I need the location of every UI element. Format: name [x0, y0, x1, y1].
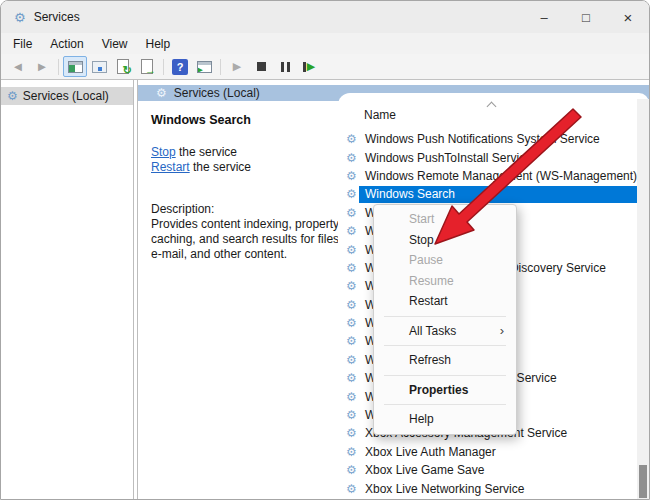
context-menu-item-stop[interactable]: Stop: [374, 230, 516, 251]
context-menu-item-restart[interactable]: Restart: [374, 291, 516, 312]
show-console-tree-button[interactable]: [63, 56, 87, 77]
restart-service-link[interactable]: Restart: [151, 160, 190, 174]
extended-pane-title: Services (Local): [174, 86, 260, 100]
maximize-button[interactable]: □: [565, 1, 607, 33]
forward-button[interactable]: ►: [30, 56, 54, 77]
service-row[interactable]: ⚙Xbox Live Game Save: [338, 461, 637, 479]
services-app-icon: ⚙: [14, 11, 26, 24]
service-gear-icon: ⚙: [346, 188, 359, 200]
console-tree-icon: [68, 61, 83, 73]
service-row[interactable]: ⚙Xbox Live Auth Manager: [338, 443, 637, 461]
context-menu-separator: [384, 345, 506, 346]
menu-help[interactable]: Help: [137, 35, 180, 53]
console-tree-pane: ⚙ Services (Local): [1, 80, 133, 499]
refresh-icon: ↻: [117, 59, 129, 74]
content-area: ⚙ Services (Local) ⚙ Services (Local) Wi…: [1, 80, 649, 499]
vertical-scrollbar[interactable]: [637, 99, 649, 499]
menu-view[interactable]: View: [93, 35, 137, 53]
description-label: Description:: [151, 202, 214, 216]
back-icon: ◄: [12, 60, 25, 73]
stop-service-link[interactable]: Stop: [151, 145, 176, 159]
export-list-icon: →: [141, 59, 153, 74]
service-row[interactable]: ⚙Windows Push Notifications System Servi…: [338, 130, 637, 148]
play-icon: ▶: [233, 61, 241, 72]
restart-service-rest: the service: [190, 160, 251, 174]
context-menu-separator: [384, 404, 506, 405]
pause-icon: [281, 62, 290, 72]
restart-icon: ▶: [303, 61, 315, 72]
service-name: Xbox Live Game Save: [359, 462, 637, 479]
properties-window-button[interactable]: [87, 56, 111, 77]
tree-node-services-local[interactable]: ⚙ Services (Local): [1, 87, 133, 105]
service-name: Windows Push Notifications System Servic…: [359, 131, 637, 148]
service-gear-icon: ⚙: [346, 152, 359, 164]
pause-service-button[interactable]: [273, 56, 297, 77]
export-list-button[interactable]: →: [135, 56, 159, 77]
service-gear-icon: ⚙: [346, 317, 359, 329]
service-gear-icon: ⚙: [346, 354, 359, 366]
service-name: Xbox Live Auth Manager: [359, 443, 637, 460]
help-icon: ?: [172, 59, 188, 75]
restart-service-line: Restart the service: [151, 160, 251, 174]
tree-node-label: Services (Local): [23, 89, 109, 103]
toolbar-separator: [163, 59, 164, 75]
close-button[interactable]: ×: [607, 1, 649, 33]
services-window: ⚙ Services – □ × File Action View Help ◄…: [0, 0, 650, 500]
service-gear-icon: ⚙: [346, 244, 359, 256]
context-menu-item-all-tasks[interactable]: All Tasks›: [374, 321, 516, 342]
service-gear-icon: ⚙: [346, 280, 359, 292]
context-menu-separator: [384, 316, 506, 317]
service-gear-icon: ⚙: [346, 299, 359, 311]
context-menu-item-properties[interactable]: Properties: [374, 380, 516, 401]
service-gear-icon: ⚙: [346, 133, 359, 145]
extended-view-icon: ▶: [197, 61, 212, 73]
start-service-button[interactable]: ▶: [225, 56, 249, 77]
title-bar: ⚙ Services – □ ×: [1, 1, 649, 33]
context-menu-item-pause: Pause: [374, 250, 516, 271]
menu-action[interactable]: Action: [41, 35, 92, 53]
column-header-name[interactable]: Name: [364, 108, 396, 122]
service-gear-icon: ⚙: [346, 207, 359, 219]
stop-service-line: Stop the service: [151, 145, 237, 159]
service-row[interactable]: ⚙Windows PushToInstall Service: [338, 148, 637, 166]
help-button[interactable]: ?: [168, 56, 192, 77]
context-menu-item-resume: Resume: [374, 271, 516, 292]
restart-service-button[interactable]: ▶: [297, 56, 321, 77]
menu-file[interactable]: File: [4, 35, 41, 53]
window-properties-icon: [92, 61, 107, 73]
stop-icon: [257, 62, 266, 71]
scrollbar-thumb[interactable]: [639, 465, 647, 498]
context-menu-separator: [384, 375, 506, 376]
service-gear-icon: ⚙: [346, 225, 359, 237]
refresh-button[interactable]: ↻: [111, 56, 135, 77]
service-gear-icon: ⚙: [346, 262, 359, 274]
service-row[interactable]: ⚙Windows Remote Management (WS-Managemen…: [338, 167, 637, 185]
service-gear-icon: ⚙: [346, 170, 359, 182]
toolbar: ◄ ► ↻ → ? ▶ ▶ ▶: [1, 54, 649, 80]
service-row[interactable]: ⚙Xbox Live Networking Service: [338, 479, 637, 497]
context-menu-item-help[interactable]: Help: [374, 409, 516, 430]
window-controls: – □ ×: [523, 1, 649, 33]
description-text: Provides content indexing, property cach…: [151, 217, 343, 262]
back-button[interactable]: ◄: [6, 56, 30, 77]
submenu-arrow-icon: ›: [500, 321, 504, 342]
service-name: Windows PushToInstall Service: [359, 149, 637, 166]
service-gear-icon: ⚙: [346, 427, 359, 439]
extended-view-button[interactable]: ▶: [192, 56, 216, 77]
gear-icon: ⚙: [156, 87, 167, 99]
window-title: Services: [34, 10, 523, 24]
service-row[interactable]: ⚙Windows Search: [338, 185, 637, 203]
service-gear-icon: ⚙: [346, 335, 359, 347]
menu-bar: File Action View Help: [1, 33, 649, 54]
minimize-button[interactable]: –: [523, 1, 565, 33]
forward-icon: ►: [36, 60, 49, 73]
stop-service-button[interactable]: [249, 56, 273, 77]
stop-service-rest: the service: [176, 145, 237, 159]
context-menu-item-refresh[interactable]: Refresh: [374, 350, 516, 371]
gear-icon: ⚙: [7, 90, 18, 102]
service-gear-icon: ⚙: [346, 372, 359, 384]
service-gear-icon: ⚙: [346, 446, 359, 458]
context-menu-item-start: Start: [374, 209, 516, 230]
toolbar-separator: [220, 59, 221, 75]
context-menu: StartStopPauseResumeRestartAll Tasks›Ref…: [373, 204, 517, 435]
